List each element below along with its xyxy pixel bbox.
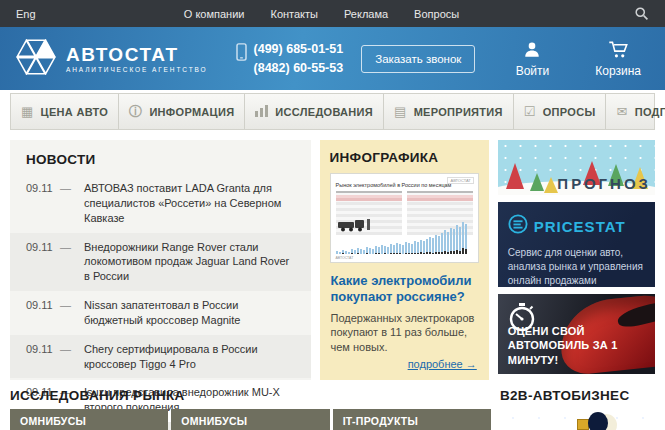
pricestat-logo-icon [508, 214, 528, 238]
cart-icon [607, 40, 629, 62]
news-link[interactable]: Chery сертифицировала в России кроссовер… [84, 342, 295, 372]
nav-label: ПОДПИСКА [635, 106, 665, 118]
grid-icon: ▦ [21, 105, 34, 118]
car-valuation-banner[interactable]: ОЦЕНИ СВОЙ АВТОМОБИЛЬ ЗА 1 МИНУТУ! [498, 294, 655, 374]
nav-label: ИССЛЕДОВАНИЯ [275, 106, 373, 118]
logo-subtitle: АНАЛИТИЧЕСКОЕ АГЕНТСТВО [66, 66, 208, 73]
car-valuation-text: ОЦЕНИ СВОЙ АВТОМОБИЛЬ ЗА 1 МИНУТУ! [508, 324, 643, 367]
news-link[interactable]: Внедорожники Range Rover стали локомотив… [84, 240, 295, 285]
user-icon [522, 40, 542, 62]
calendar-icon: ▤ [394, 105, 407, 118]
pricestat-banner[interactable]: PRICESTAT Сервис для оценки авто, анализ… [498, 202, 655, 287]
logo-title: АВТОСТАТ [66, 45, 208, 64]
nav-item-information[interactable]: ⓘ ИНФОРМАЦИЯ [119, 94, 245, 129]
nav-label: ОПРОСЫ [543, 106, 596, 118]
infographic-image[interactable]: АВТОСТАТ Рынок электромобилей в России п… [330, 173, 479, 263]
news-link[interactable]: Nissan запатентовал в России бюджетный к… [84, 298, 295, 328]
utility-menu: О компании Контакты Реклама Вопросы [184, 8, 459, 20]
more-link[interactable]: подробнее → [408, 358, 477, 370]
checkbox-icon: ☑ [524, 105, 536, 118]
infographic-headline[interactable]: Какие электромобили покупают россияне? [331, 273, 478, 306]
nav-label: ИНФОРМАЦИЯ [149, 106, 234, 118]
infographic-panel: ИНФОГРАФИКА АВТОСТАТ Рынок электромобиле… [320, 140, 489, 380]
mini-bar-chart [336, 220, 473, 254]
autostat-logo-icon [14, 39, 58, 79]
b2b-title: B2B-АВТОБИЗНЕС [500, 388, 655, 403]
infographic-brand: АВТОСТАТ [447, 177, 473, 184]
envelope-icon: ✉ [616, 105, 627, 118]
tree-icon [506, 163, 524, 189]
nav-item-events[interactable]: ▤ МЕРОПРИЯТИЯ [384, 94, 514, 129]
research-column-omnibus-1[interactable]: ОМНИБУСЫ [10, 409, 168, 430]
phone-number-2[interactable]: (8482) 60-55-53 [254, 59, 344, 78]
nav-item-research[interactable]: ИССЛЕДОВАНИЯ [245, 94, 384, 129]
menu-item-questions[interactable]: Вопросы [414, 8, 459, 20]
b2b-banner[interactable] [500, 409, 655, 430]
market-research-section: ИССЛЕДОВАНИЯ РЫНКА ОМНИБУСЫ ОМНИБУСЫ IT-… [10, 388, 491, 430]
nav-item-car-price[interactable]: ▦ ЦЕНА АВТО [11, 94, 119, 129]
bar-chart-icon [255, 105, 268, 119]
research-column-it-products[interactable]: IT-ПРОДУКТЫ [333, 409, 491, 430]
news-row: 09.11 — Chery сертифицировала в России к… [10, 335, 311, 379]
main-content: НОВОСТИ 09.11 — АВТОВАЗ поставит LADA Gr… [10, 140, 655, 380]
news-date: 09.11 [26, 240, 60, 285]
menu-item-contacts[interactable]: Контакты [270, 8, 318, 20]
research-title: ИССЛЕДОВАНИЯ РЫНКА [10, 388, 491, 403]
research-column-omnibus-2[interactable]: ОМНИБУСЫ [171, 409, 329, 430]
info-icon: ⓘ [129, 105, 142, 118]
b2b-section: B2B-АВТОБИЗНЕС [500, 388, 655, 430]
nav-label: ЦЕНА АВТО [41, 106, 109, 118]
phone-block: (499) 685-01-51 (8482) 60-55-53 [236, 40, 344, 78]
login-button[interactable]: Войти [516, 40, 550, 78]
news-date: 09.11 [26, 298, 60, 328]
forecast-banner[interactable]: ПРОГНОЗ [498, 140, 655, 195]
news-row: 09.11 — Nissan запатентовал в России бюд… [10, 291, 311, 335]
header-actions: Войти Корзина [516, 40, 651, 78]
bottom-section: ИССЛЕДОВАНИЯ РЫНКА ОМНИБУСЫ ОМНИБУСЫ IT-… [10, 388, 655, 430]
menu-item-ads[interactable]: Реклама [344, 8, 388, 20]
news-date: 09.11 [26, 342, 60, 372]
nav-label: МЕРОПРИЯТИЯ [414, 106, 503, 118]
page: Eng О компании Контакты Реклама Вопросы [0, 0, 665, 430]
phone-icon [236, 43, 247, 65]
pricestat-logo-row: PRICESTAT [508, 214, 645, 238]
nav-item-surveys[interactable]: ☑ ОПРОСЫ [514, 94, 607, 129]
main-header: АВТОСТАТ АНАЛИТИЧЕСКОЕ АГЕНТСТВО (499) 6… [0, 27, 665, 90]
top-utility-bar: Eng О компании Контакты Реклама Вопросы [0, 0, 665, 27]
search-icon[interactable] [634, 6, 649, 21]
menu-item-about[interactable]: О компании [184, 8, 245, 20]
infographic-caption: АВТОСТАТ [336, 256, 354, 260]
login-label: Войти [516, 64, 550, 78]
language-switch[interactable]: Eng [16, 8, 36, 20]
phone-numbers: (499) 685-01-51 (8482) 60-55-53 [254, 40, 344, 78]
cart-label: Корзина [595, 64, 641, 78]
news-dash: — [60, 342, 84, 372]
autostat-logo[interactable]: АВТОСТАТ АНАЛИТИЧЕСКОЕ АГЕНТСТВО [14, 39, 208, 79]
research-columns: ОМНИБУСЫ ОМНИБУСЫ IT-ПРОДУКТЫ [10, 409, 491, 430]
forecast-label: ПРОГНОЗ [557, 175, 651, 192]
news-panel: НОВОСТИ 09.11 — АВТОВАЗ поставит LADA Gr… [10, 140, 311, 380]
news-row: 09.11 — Внедорожники Range Rover стали л… [10, 233, 311, 292]
news-date: 09.11 [26, 181, 60, 226]
main-nav: ▦ ЦЕНА АВТО ⓘ ИНФОРМАЦИЯ ИССЛЕДОВАНИЯ ▤ … [10, 93, 655, 130]
nav-item-subscription[interactable]: ✉ ПОДПИСКА [606, 94, 665, 129]
pricestat-text: Сервис для оценки авто, анализа рынка и … [508, 246, 645, 287]
more-row: подробнее → [330, 354, 479, 372]
cart-button[interactable]: Корзина [595, 40, 641, 78]
crescent-moon-icon [595, 414, 617, 430]
logo-text: АВТОСТАТ АНАЛИТИЧЕСКОЕ АГЕНТСТВО [66, 45, 208, 73]
phone-number-1[interactable]: (499) 685-01-51 [254, 40, 344, 59]
infographic-body: Подержанных электрокаров покупают в 11 р… [330, 311, 479, 354]
callback-button[interactable]: Заказать звонок [361, 45, 475, 73]
sidebar: ПРОГНОЗ PRICESTAT Сервис для оценки авто… [498, 140, 655, 380]
news-row: 09.11 — АВТОВАЗ поставит LADA Granta для… [10, 174, 311, 233]
news-dash: — [60, 298, 84, 328]
tree-icon [530, 173, 544, 191]
pricestat-brand: PRICESTAT [534, 218, 626, 235]
news-link[interactable]: АВТОВАЗ поставит LADA Granta для специал… [84, 181, 295, 226]
tree-icon [544, 177, 558, 193]
news-title: НОВОСТИ [10, 140, 311, 174]
news-dash: — [60, 240, 84, 285]
infographic-title: ИНФОГРАФИКА [330, 150, 479, 165]
news-dash: — [60, 181, 84, 226]
